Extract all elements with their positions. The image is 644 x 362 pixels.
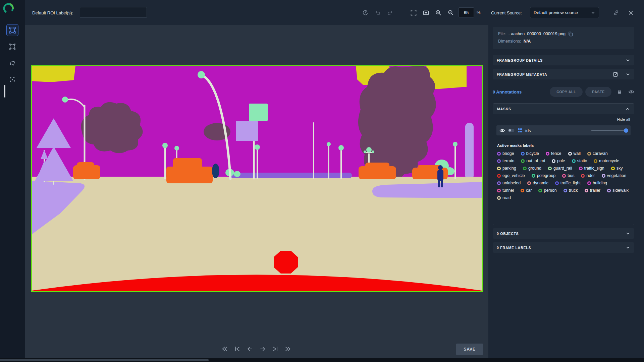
mask-label-chip[interactable]: traffic_light xyxy=(555,181,581,185)
chevron-up-icon xyxy=(625,107,630,111)
mask-label-chip[interactable]: vegetation xyxy=(602,173,627,178)
save-button[interactable]: SAVE xyxy=(456,344,483,355)
mask-label-chip[interactable]: truck xyxy=(564,188,578,193)
source-dropdown[interactable]: Default preview source xyxy=(530,7,599,18)
fit-screen-button[interactable] xyxy=(409,8,419,18)
mask-label-chip[interactable]: car xyxy=(521,188,532,193)
next-frame-button[interactable] xyxy=(258,345,267,353)
objects-section-header[interactable]: 0 OBJECTS xyxy=(493,228,634,239)
mask-toggle[interactable] xyxy=(508,128,515,132)
link-button[interactable] xyxy=(611,8,621,18)
zoom-unit-label: % xyxy=(477,0,481,25)
last-frame-button[interactable] xyxy=(271,345,280,353)
mask-label-chip[interactable]: guard_rail xyxy=(548,166,572,171)
link-icon xyxy=(613,10,619,16)
canvas-area: SAVE xyxy=(25,25,488,362)
copy-all-button[interactable]: COPY ALL xyxy=(550,87,583,97)
mask-label-chip[interactable]: static xyxy=(572,159,587,163)
mask-label-chip[interactable]: polegroup xyxy=(532,173,556,178)
mask-color-dot xyxy=(521,152,525,156)
toggle-annotations-visibility-button[interactable] xyxy=(628,89,634,95)
frame-image[interactable] xyxy=(31,65,483,292)
polygon-tool-button[interactable] xyxy=(6,57,18,69)
mask-label-chip[interactable]: bicycle xyxy=(521,151,539,156)
mask-label-text: pole xyxy=(557,159,565,163)
mask-label-chip[interactable]: unlabeled xyxy=(497,181,521,185)
frame-labels-section-header[interactable]: 0 FRAME LABELS xyxy=(493,242,634,253)
paste-button[interactable]: PASTE xyxy=(585,87,611,97)
dimensions-value: N/A xyxy=(524,39,531,44)
edit-metadata-button[interactable] xyxy=(613,72,618,77)
framegroup-metadata-header[interactable]: FRAMEGROUP METADATA xyxy=(493,69,634,79)
history-icon xyxy=(362,9,369,16)
framegroup-metadata-title: FRAMEGROUP METADATA xyxy=(497,72,547,76)
horizontal-scrollbar[interactable] xyxy=(0,358,644,362)
mask-color-dot xyxy=(497,189,501,192)
redo-icon xyxy=(387,9,393,16)
hide-all-link[interactable]: Hide all xyxy=(497,117,630,121)
previous-frame-button[interactable] xyxy=(246,345,254,353)
zoom-level-input[interactable]: 65 xyxy=(459,7,474,17)
mask-label-chip[interactable]: ground xyxy=(523,166,541,171)
mask-grid-button[interactable] xyxy=(517,128,523,133)
first-frame-button[interactable] xyxy=(233,345,241,353)
app-logo-icon xyxy=(2,2,15,15)
mask-label-chip[interactable]: dynamic xyxy=(527,181,548,185)
rewind-button[interactable] xyxy=(220,345,229,353)
mask-label-text: terrain xyxy=(502,159,514,163)
scrollbar-thumb[interactable] xyxy=(0,359,209,361)
zoom-out-button[interactable] xyxy=(446,8,456,18)
mask-label-chip[interactable]: ego_vehicle xyxy=(497,173,525,178)
redo-button[interactable] xyxy=(385,8,395,18)
lock-annotations-button[interactable] xyxy=(617,89,622,95)
right-panel: File: - aachen_000000_000019.png Dimensi… xyxy=(488,25,644,362)
mask-label-chip[interactable]: tunnel xyxy=(497,188,514,193)
mask-label-chip[interactable]: parking xyxy=(497,166,516,171)
copy-filename-button[interactable] xyxy=(568,31,573,37)
fast-forward-button[interactable] xyxy=(284,345,292,353)
roi-input[interactable] xyxy=(80,7,147,18)
mask-label-chip[interactable]: person xyxy=(538,188,556,193)
mask-label-chip[interactable]: motorcycle xyxy=(594,159,619,163)
keypoints-tool-button[interactable] xyxy=(6,73,18,85)
close-button[interactable] xyxy=(626,8,636,18)
mask-label-chip[interactable]: traffic_sign xyxy=(579,166,604,171)
mask-color-dot xyxy=(572,159,576,163)
toolbar-scroll-indicator[interactable] xyxy=(4,85,5,98)
keypoints-tool-icon xyxy=(9,76,16,83)
mask-label-chip[interactable]: building xyxy=(587,181,607,185)
tool-palette xyxy=(6,24,18,85)
zoom-in-button[interactable] xyxy=(433,8,443,18)
double-chevron-left-icon xyxy=(221,345,228,353)
mask-label-chip[interactable]: bus xyxy=(562,173,574,178)
mask-label-text: sky xyxy=(616,166,623,171)
mask-label-chip[interactable]: out_of_roi xyxy=(521,159,545,163)
masks-section-header[interactable]: MASKS xyxy=(493,104,634,114)
mask-label-text: caravan xyxy=(593,151,607,156)
mask-label-chip[interactable]: road xyxy=(497,195,511,200)
mask-label-chip[interactable]: trailer xyxy=(585,188,600,193)
mask-label-chip[interactable]: rider xyxy=(581,173,595,178)
mask-label-chip[interactable]: sidewalk xyxy=(607,188,629,193)
mask-label-text: fence xyxy=(551,151,561,156)
slider-handle[interactable] xyxy=(624,128,628,133)
undo-button[interactable] xyxy=(373,8,383,18)
mask-opacity-slider[interactable] xyxy=(591,128,628,133)
mask-label-chip[interactable]: pole xyxy=(552,159,565,163)
mask-visibility-button[interactable] xyxy=(499,128,505,133)
bounding-box-tool-button[interactable] xyxy=(6,24,18,36)
fit-selection-button[interactable] xyxy=(421,8,431,18)
mask-label-chip[interactable]: bridge xyxy=(497,151,514,156)
mask-label-chip[interactable]: terrain xyxy=(497,159,514,163)
mask-label-text: sidewalk xyxy=(612,188,629,193)
mask-label-chip[interactable]: sky xyxy=(611,166,623,171)
close-icon xyxy=(628,10,634,15)
framegroup-details-header[interactable]: FRAMEGROUP DETAILS xyxy=(493,55,634,65)
mask-label-chip[interactable]: fence xyxy=(546,151,561,156)
history-button[interactable] xyxy=(360,8,370,18)
ellipse-tool-button[interactable] xyxy=(6,41,18,53)
mask-color-dot xyxy=(568,152,572,156)
mask-label-chip[interactable]: caravan xyxy=(587,151,607,156)
skip-to-start-icon xyxy=(233,345,241,353)
mask-label-chip[interactable]: wall xyxy=(568,151,581,156)
